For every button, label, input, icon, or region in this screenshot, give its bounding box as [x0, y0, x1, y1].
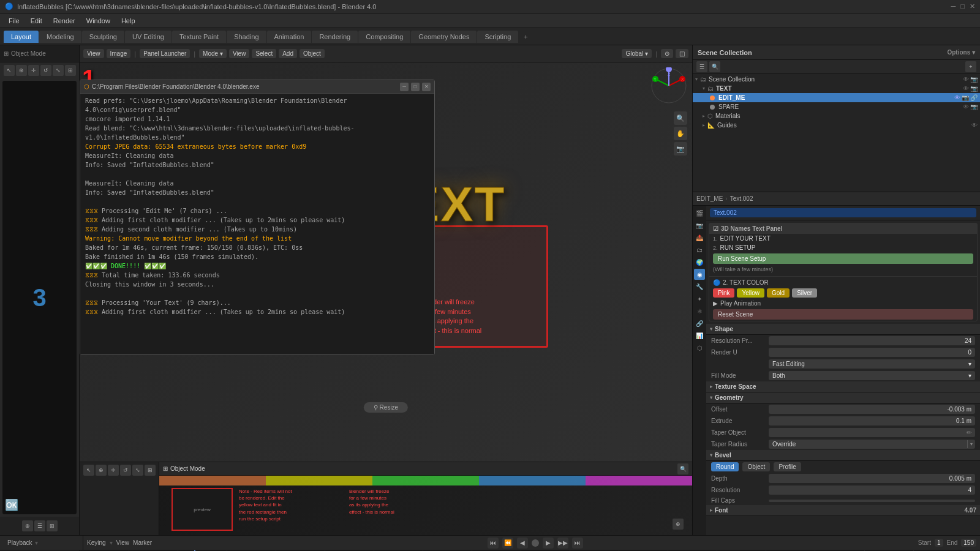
- bottom-move-tool[interactable]: ✛: [108, 465, 119, 476]
- font-section-header[interactable]: ▸ Font 4.07: [706, 505, 980, 516]
- collection-item-scene[interactable]: ▾ 🗂 Scene Collection 👁 📷: [693, 75, 980, 84]
- edit-me-render[interactable]: 📷: [962, 94, 969, 101]
- maximize-btn[interactable]: □: [960, 2, 965, 10]
- jump-start-btn[interactable]: ⏮: [488, 538, 499, 549]
- run-scene-setup-btn[interactable]: Run Scene Setup: [713, 253, 973, 264]
- res-bevel-value[interactable]: 4: [769, 485, 975, 495]
- select-menu[interactable]: Select: [252, 49, 276, 58]
- end-frame-input[interactable]: 150: [961, 539, 976, 547]
- swatch-pink[interactable]: Pink: [713, 288, 734, 298]
- mode-dropdown[interactable]: Mode ▾: [199, 49, 227, 58]
- add-icon[interactable]: ⊕: [22, 520, 33, 531]
- props-constraints-icon[interactable]: 🔗: [694, 318, 705, 329]
- tab-layout[interactable]: Layout: [4, 31, 39, 43]
- res-pr-value[interactable]: 24: [769, 336, 975, 345]
- tab-compositing[interactable]: Compositing: [358, 31, 410, 43]
- collection-item-spare[interactable]: SPARE 👁 📷: [693, 102, 980, 111]
- close-btn[interactable]: ✕: [970, 2, 975, 10]
- view-btn[interactable]: View: [83, 49, 104, 58]
- props-world-icon[interactable]: 🌍: [694, 257, 705, 268]
- transform-tool[interactable]: ⊞: [65, 65, 76, 76]
- props-physics-icon[interactable]: ⚛: [694, 305, 705, 317]
- zoom-in-btn[interactable]: 🔍: [674, 111, 687, 125]
- grab-btn[interactable]: ✋: [674, 127, 687, 140]
- texture-space-header[interactable]: ▸ Texture Space: [706, 381, 980, 392]
- console-minimize[interactable]: ─: [400, 83, 409, 91]
- breadcrumb-child[interactable]: Text.002: [730, 195, 753, 202]
- reset-scene-btn[interactable]: Reset Scene: [713, 309, 973, 320]
- step-back-btn[interactable]: ◀: [517, 538, 528, 549]
- object-name-field[interactable]: Text.002: [710, 208, 976, 217]
- props-data-icon[interactable]: 📊: [694, 330, 705, 341]
- fill-caps-value[interactable]: [769, 500, 975, 502]
- props-scene-icon[interactable]: 🎬: [694, 208, 705, 219]
- spare-render[interactable]: 📷: [970, 103, 978, 110]
- swatch-gold[interactable]: Gold: [767, 288, 790, 298]
- taper-radius-dropdown[interactable]: Override ▾: [769, 440, 975, 449]
- menu-file[interactable]: File: [4, 16, 24, 26]
- tab-animation[interactable]: Animation: [267, 31, 312, 43]
- bottom-rotate-tool[interactable]: ↺: [120, 465, 131, 476]
- collection-item-guides[interactable]: ▸ 📐 Guides 👁: [693, 121, 980, 130]
- bevel-round-btn[interactable]: Round: [711, 462, 739, 471]
- panel-launcher[interactable]: Panel Launcher: [140, 49, 190, 58]
- overlay-btn[interactable]: ⊙: [661, 49, 673, 58]
- collection-item-text[interactable]: ▾ 🗂 TEXT 👁 📷: [693, 84, 980, 93]
- props-output-icon[interactable]: 📤: [694, 232, 705, 243]
- props-particles-icon[interactable]: ✦: [694, 293, 705, 304]
- grid-icon[interactable]: ⊞: [47, 520, 58, 531]
- depth-value[interactable]: 0.005 m: [769, 474, 975, 483]
- tab-geometry-nodes[interactable]: Geometry Nodes: [411, 31, 477, 43]
- minimize-btn[interactable]: ─: [951, 2, 956, 10]
- console-maximize[interactable]: □: [411, 83, 420, 91]
- bottom-select-tool[interactable]: ↖: [83, 465, 94, 476]
- bottom-transform-tool[interactable]: ⊞: [145, 465, 156, 476]
- step-1-item[interactable]: 1. EDIT YOUR TEXT: [709, 234, 977, 243]
- select-tool[interactable]: ↖: [4, 65, 15, 76]
- global-dropdown[interactable]: Global ▾: [622, 49, 652, 58]
- options-label[interactable]: Options ▾: [947, 49, 975, 56]
- bevel-section-header[interactable]: ▾ Bevel: [706, 450, 980, 461]
- record-btn[interactable]: [532, 539, 539, 547]
- image-btn[interactable]: Image: [107, 49, 131, 58]
- collection-item-edit-me[interactable]: EDIT_ME 👁 📷 🔗: [693, 93, 980, 102]
- geometry-section-header[interactable]: ▾ Geometry: [706, 392, 980, 403]
- tl-marker-label[interactable]: Marker: [133, 539, 152, 546]
- fill-mode-dropdown[interactable]: Both ▾: [769, 371, 975, 380]
- render-icon[interactable]: 📷: [970, 76, 978, 83]
- props-render-icon[interactable]: 📷: [694, 220, 705, 231]
- play-animation-item[interactable]: ▶ Play Animation: [709, 299, 977, 308]
- tl-view-label[interactable]: View: [116, 539, 130, 546]
- tab-texture-paint[interactable]: Texture Paint: [172, 31, 226, 43]
- play-btn[interactable]: ▶: [543, 538, 554, 549]
- breadcrumb-root[interactable]: EDIT_ME: [696, 195, 723, 202]
- viewport-shading[interactable]: View: [229, 49, 250, 58]
- edit-me-vis[interactable]: 👁: [954, 94, 960, 101]
- extrude-value[interactable]: 0.1 m: [769, 416, 975, 425]
- search-icon[interactable]: 🔍: [709, 61, 720, 72]
- camera-btn[interactable]: 📷: [674, 142, 687, 156]
- playback-label[interactable]: Playback: [7, 539, 32, 546]
- shape-section-header[interactable]: ▾ Shape: [706, 324, 980, 335]
- edit-me-link[interactable]: 🔗: [970, 94, 978, 101]
- rotate-tool[interactable]: ↺: [40, 65, 51, 76]
- props-object-icon[interactable]: ◉: [694, 269, 705, 280]
- start-frame-input[interactable]: 1: [935, 539, 943, 547]
- step-fwd-btn[interactable]: ▶▶: [557, 538, 568, 549]
- taper-obj-field[interactable]: ✏: [769, 428, 975, 437]
- keying-label[interactable]: Keying: [87, 539, 106, 546]
- fast-editing-dropdown[interactable]: Fast Editing ▾: [769, 359, 975, 369]
- bottom-add-icon[interactable]: ⊕: [673, 519, 684, 530]
- resize-handle[interactable]: ⚲ Resize: [364, 402, 408, 413]
- menu-window[interactable]: Window: [81, 16, 115, 26]
- menu-icon[interactable]: ☰: [34, 520, 45, 531]
- object-menu[interactable]: Object: [300, 49, 325, 58]
- menu-edit[interactable]: Edit: [26, 16, 47, 26]
- menu-render[interactable]: Render: [48, 16, 80, 26]
- text-render-icon[interactable]: 📷: [970, 85, 978, 92]
- tab-scripting[interactable]: Scripting: [477, 31, 518, 43]
- collection-item-materials[interactable]: ▸ ⬡ Materials: [693, 111, 980, 121]
- bottom-zoom-btn[interactable]: 🔍: [677, 463, 688, 474]
- props-view-layer-icon[interactable]: 🗂: [694, 244, 705, 255]
- tab-add[interactable]: +: [519, 31, 532, 43]
